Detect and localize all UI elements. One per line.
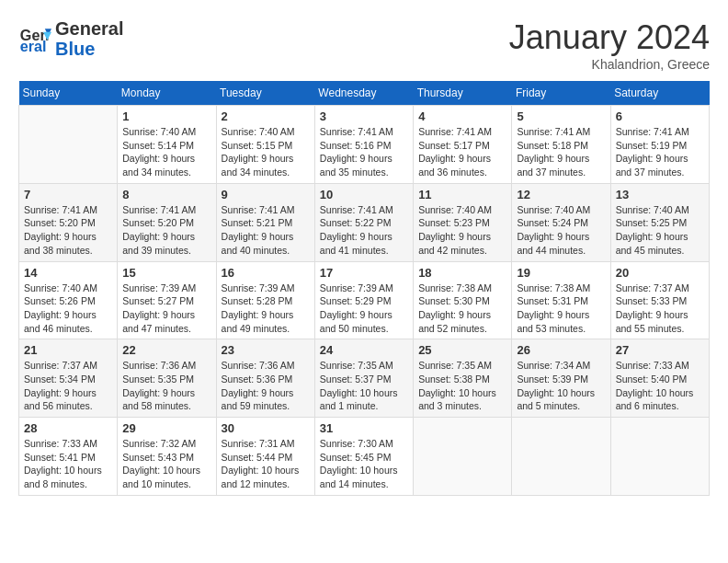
day-number: 24 — [320, 343, 408, 357]
calendar-week-5: 28Sunrise: 7:33 AM Sunset: 5:41 PM Dayli… — [19, 418, 710, 496]
month-title: January 2024 — [509, 18, 710, 57]
day-number: 3 — [320, 109, 408, 123]
cell-info: Sunrise: 7:40 AM Sunset: 5:26 PM Dayligh… — [24, 282, 112, 336]
calendar-cell: 19Sunrise: 7:38 AM Sunset: 5:31 PM Dayli… — [512, 261, 610, 339]
calendar-cell: 30Sunrise: 7:31 AM Sunset: 5:44 PM Dayli… — [216, 418, 314, 496]
day-number: 7 — [24, 188, 112, 201]
column-header-tuesday: Tuesday — [216, 81, 314, 106]
day-number: 27 — [616, 343, 704, 357]
cell-info: Sunrise: 7:33 AM Sunset: 5:41 PM Dayligh… — [24, 437, 112, 491]
location: Khalandrion, Greece — [509, 57, 710, 72]
day-number: 11 — [418, 188, 506, 201]
day-number: 12 — [517, 188, 605, 201]
calendar-cell: 11Sunrise: 7:40 AM Sunset: 5:23 PM Dayli… — [414, 183, 512, 261]
cell-info: Sunrise: 7:40 AM Sunset: 5:15 PM Dayligh… — [222, 125, 310, 179]
calendar-cell: 31Sunrise: 7:30 AM Sunset: 5:45 PM Dayli… — [314, 418, 413, 496]
day-number: 14 — [24, 266, 112, 280]
cell-info: Sunrise: 7:37 AM Sunset: 5:33 PM Dayligh… — [616, 282, 704, 336]
calendar-week-1: 1Sunrise: 7:40 AM Sunset: 5:14 PM Daylig… — [19, 106, 710, 184]
calendar-cell: 26Sunrise: 7:34 AM Sunset: 5:39 PM Dayli… — [512, 339, 610, 418]
calendar-cell: 4Sunrise: 7:41 AM Sunset: 5:17 PM Daylig… — [414, 106, 512, 184]
day-number: 9 — [222, 188, 310, 201]
title-area: January 2024 Khalandrion, Greece — [509, 18, 710, 72]
cell-info: Sunrise: 7:40 AM Sunset: 5:25 PM Dayligh… — [616, 203, 704, 258]
column-header-monday: Monday — [118, 81, 216, 106]
logo-text-blue: Blue — [55, 39, 95, 59]
cell-info: Sunrise: 7:41 AM Sunset: 5:16 PM Dayligh… — [320, 125, 408, 179]
calendar-cell: 17Sunrise: 7:39 AM Sunset: 5:29 PM Dayli… — [314, 261, 413, 339]
cell-info: Sunrise: 7:41 AM Sunset: 5:20 PM Dayligh… — [122, 203, 210, 258]
day-number: 21 — [24, 343, 112, 357]
column-header-sunday: Sunday — [19, 81, 118, 106]
day-number: 10 — [320, 188, 408, 201]
cell-info: Sunrise: 7:39 AM Sunset: 5:27 PM Dayligh… — [122, 282, 210, 336]
day-number: 18 — [418, 266, 506, 280]
day-number: 2 — [222, 109, 310, 123]
cell-info: Sunrise: 7:35 AM Sunset: 5:37 PM Dayligh… — [320, 359, 408, 413]
calendar-table: SundayMondayTuesdayWednesdayThursdayFrid… — [18, 81, 710, 496]
calendar-cell: 18Sunrise: 7:38 AM Sunset: 5:30 PM Dayli… — [414, 261, 512, 339]
day-number: 31 — [320, 421, 408, 435]
calendar-cell: 16Sunrise: 7:39 AM Sunset: 5:28 PM Dayli… — [216, 261, 314, 339]
logo-icon: Gen eral — [18, 22, 51, 55]
cell-info: Sunrise: 7:31 AM Sunset: 5:44 PM Dayligh… — [222, 437, 310, 491]
calendar-cell: 1Sunrise: 7:40 AM Sunset: 5:14 PM Daylig… — [118, 106, 216, 184]
calendar-cell: 22Sunrise: 7:36 AM Sunset: 5:35 PM Dayli… — [118, 339, 216, 418]
cell-info: Sunrise: 7:33 AM Sunset: 5:40 PM Dayligh… — [616, 359, 704, 413]
calendar-cell: 25Sunrise: 7:35 AM Sunset: 5:38 PM Dayli… — [414, 339, 512, 418]
cell-info: Sunrise: 7:34 AM Sunset: 5:39 PM Dayligh… — [517, 359, 605, 413]
day-number: 29 — [122, 421, 210, 435]
calendar-cell — [610, 418, 709, 496]
calendar-week-4: 21Sunrise: 7:37 AM Sunset: 5:34 PM Dayli… — [19, 339, 710, 418]
calendar-cell: 7Sunrise: 7:41 AM Sunset: 5:20 PM Daylig… — [19, 183, 118, 261]
day-number: 20 — [616, 266, 704, 280]
day-number: 17 — [320, 266, 408, 280]
cell-info: Sunrise: 7:35 AM Sunset: 5:38 PM Dayligh… — [418, 359, 506, 413]
day-number: 15 — [122, 266, 210, 280]
cell-info: Sunrise: 7:41 AM Sunset: 5:22 PM Dayligh… — [320, 203, 408, 258]
cell-info: Sunrise: 7:38 AM Sunset: 5:31 PM Dayligh… — [517, 282, 605, 336]
cell-info: Sunrise: 7:41 AM Sunset: 5:19 PM Dayligh… — [616, 125, 704, 179]
cell-info: Sunrise: 7:41 AM Sunset: 5:17 PM Dayligh… — [418, 125, 506, 179]
cell-info: Sunrise: 7:36 AM Sunset: 5:36 PM Dayligh… — [222, 359, 310, 413]
cell-info: Sunrise: 7:41 AM Sunset: 5:20 PM Dayligh… — [24, 203, 112, 258]
day-number: 22 — [122, 343, 210, 357]
svg-text:eral: eral — [20, 38, 47, 54]
logo-text-general: General — [55, 18, 123, 39]
day-number: 25 — [418, 343, 506, 357]
calendar-cell: 23Sunrise: 7:36 AM Sunset: 5:36 PM Dayli… — [216, 339, 314, 418]
cell-info: Sunrise: 7:30 AM Sunset: 5:45 PM Dayligh… — [320, 437, 408, 491]
cell-info: Sunrise: 7:32 AM Sunset: 5:43 PM Dayligh… — [122, 437, 210, 491]
column-header-friday: Friday — [512, 81, 610, 106]
calendar-cell: 28Sunrise: 7:33 AM Sunset: 5:41 PM Dayli… — [19, 418, 118, 496]
day-number: 23 — [222, 343, 310, 357]
calendar-cell: 9Sunrise: 7:41 AM Sunset: 5:21 PM Daylig… — [216, 183, 314, 261]
logo: Gen eral General Blue — [18, 18, 123, 59]
column-header-wednesday: Wednesday — [314, 81, 413, 106]
calendar-cell: 12Sunrise: 7:40 AM Sunset: 5:24 PM Dayli… — [512, 183, 610, 261]
cell-info: Sunrise: 7:37 AM Sunset: 5:34 PM Dayligh… — [24, 359, 112, 413]
column-header-thursday: Thursday — [414, 81, 512, 106]
day-number: 13 — [616, 188, 704, 201]
day-number: 5 — [517, 109, 605, 123]
column-header-saturday: Saturday — [610, 81, 709, 106]
calendar-week-3: 14Sunrise: 7:40 AM Sunset: 5:26 PM Dayli… — [19, 261, 710, 339]
page-header: Gen eral General Blue January 2024 Khala… — [18, 18, 710, 72]
calendar-cell: 6Sunrise: 7:41 AM Sunset: 5:19 PM Daylig… — [610, 106, 709, 184]
day-number: 4 — [418, 109, 506, 123]
cell-info: Sunrise: 7:40 AM Sunset: 5:23 PM Dayligh… — [418, 203, 506, 258]
calendar-cell: 2Sunrise: 7:40 AM Sunset: 5:15 PM Daylig… — [216, 106, 314, 184]
calendar-cell: 3Sunrise: 7:41 AM Sunset: 5:16 PM Daylig… — [314, 106, 413, 184]
calendar-header-row: SundayMondayTuesdayWednesdayThursdayFrid… — [19, 81, 710, 106]
day-number: 1 — [122, 109, 210, 123]
cell-info: Sunrise: 7:36 AM Sunset: 5:35 PM Dayligh… — [122, 359, 210, 413]
day-number: 28 — [24, 421, 112, 435]
calendar-cell: 27Sunrise: 7:33 AM Sunset: 5:40 PM Dayli… — [610, 339, 709, 418]
calendar-cell: 24Sunrise: 7:35 AM Sunset: 5:37 PM Dayli… — [314, 339, 413, 418]
cell-info: Sunrise: 7:38 AM Sunset: 5:30 PM Dayligh… — [418, 282, 506, 336]
calendar-cell — [512, 418, 610, 496]
day-number: 30 — [222, 421, 310, 435]
calendar-cell: 13Sunrise: 7:40 AM Sunset: 5:25 PM Dayli… — [610, 183, 709, 261]
calendar-week-2: 7Sunrise: 7:41 AM Sunset: 5:20 PM Daylig… — [19, 183, 710, 261]
cell-info: Sunrise: 7:41 AM Sunset: 5:21 PM Dayligh… — [222, 203, 310, 258]
